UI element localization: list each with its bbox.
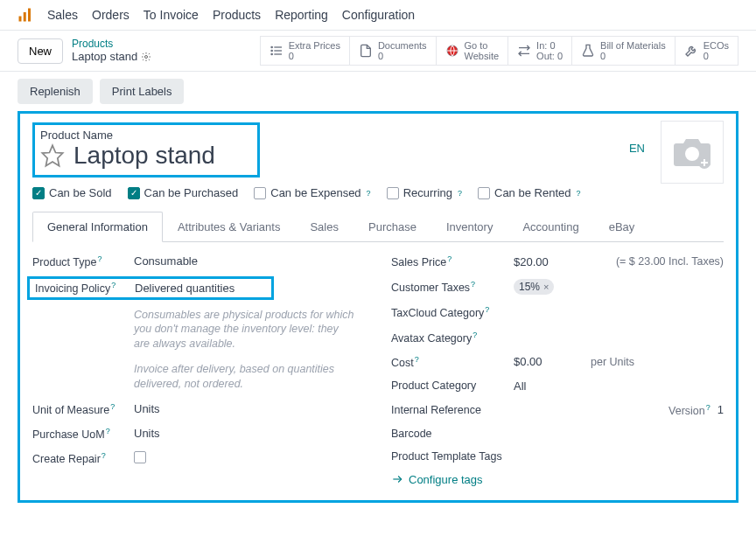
arrow-right-icon xyxy=(391,473,403,485)
nav-products[interactable]: Products xyxy=(213,8,261,22)
breadcrumb-current: Laptop stand xyxy=(72,50,151,64)
new-button[interactable]: New xyxy=(18,38,63,64)
svg-point-3 xyxy=(145,56,148,59)
can-be-rented-checkbox[interactable]: Can be Rented? xyxy=(478,186,580,199)
invoicing-policy-label: Invoicing Policy? xyxy=(35,281,122,295)
recurring-checkbox[interactable]: Recurring? xyxy=(387,186,462,199)
product-flags: Can be Sold Can be Purchased Can be Expe… xyxy=(32,186,724,199)
invoicing-policy-select[interactable]: Delivered quantities xyxy=(135,282,266,295)
svg-point-9 xyxy=(271,53,272,54)
nav-sales[interactable]: Sales xyxy=(47,8,78,22)
stat-bom[interactable]: Bill of Materials0 xyxy=(571,36,676,66)
favorite-star-icon[interactable] xyxy=(40,143,65,168)
file-icon xyxy=(359,44,373,58)
taxcloud-label: TaxCloud Category? xyxy=(391,305,514,319)
sales-price-incl: (= $ 23.00 Incl. Taxes) xyxy=(616,255,724,268)
svg-marker-11 xyxy=(42,146,62,166)
nav-orders[interactable]: Orders xyxy=(92,8,130,22)
svg-point-8 xyxy=(271,50,272,51)
barcode-label: Barcode xyxy=(391,428,514,440)
customer-tax-tag[interactable]: 15%× xyxy=(514,279,554,295)
tab-ebay[interactable]: eBay xyxy=(594,212,650,242)
flask-icon xyxy=(581,44,595,58)
tab-bar: General Information Attributes & Variant… xyxy=(32,212,724,242)
globe-icon xyxy=(445,44,459,58)
invoicing-policy-field: Invoicing Policy? Delivered quantities xyxy=(27,276,274,299)
stat-extra-prices[interactable]: Extra Prices0 xyxy=(260,36,350,66)
tab-general-information[interactable]: General Information xyxy=(32,212,163,242)
nav-reporting[interactable]: Reporting xyxy=(275,8,328,22)
purchase-uom-select[interactable]: Units xyxy=(134,427,160,440)
tab-attributes-variants[interactable]: Attributes & Variants xyxy=(163,212,296,242)
svg-rect-2 xyxy=(28,9,31,22)
top-nav: Sales Orders To Invoice Products Reporti… xyxy=(0,0,756,31)
general-left-column: Product Type? Consumable Invoicing Polic… xyxy=(32,254,365,486)
camera-plus-icon xyxy=(670,135,714,170)
product-type-select[interactable]: Consumable xyxy=(134,254,198,268)
can-be-expensed-checkbox[interactable]: Can be Expensed? xyxy=(254,186,370,199)
replenish-button[interactable]: Replenish xyxy=(18,79,93,104)
cost-uom: per Units xyxy=(591,356,634,368)
purchase-uom-label: Purchase UoM? xyxy=(32,427,134,441)
uom-label: Unit of Measure? xyxy=(32,402,134,416)
nav-to-invoice[interactable]: To Invoice xyxy=(144,8,199,22)
cost-input[interactable]: $0.00 xyxy=(514,355,584,368)
tab-purchase[interactable]: Purchase xyxy=(354,212,431,242)
can-be-purchased-checkbox[interactable]: Can be Purchased xyxy=(128,186,239,199)
language-toggle[interactable]: EN xyxy=(629,142,645,155)
gear-icon[interactable] xyxy=(141,52,151,62)
product-category-select[interactable]: All xyxy=(514,379,526,393)
product-name-input[interactable]: Laptop stand xyxy=(74,142,215,170)
sales-price-label: Sales Price? xyxy=(391,254,514,268)
stat-documents[interactable]: Documents0 xyxy=(349,36,437,66)
swap-icon xyxy=(517,44,531,58)
svg-rect-1 xyxy=(24,12,26,22)
product-name-block: Product Name Laptop stand xyxy=(32,122,260,178)
version-value: 1 xyxy=(718,403,724,416)
internal-reference-label: Internal Reference xyxy=(391,404,514,416)
invoicing-help-text: Invoice after delivery, based on quantit… xyxy=(134,362,356,392)
breadcrumb-parent[interactable]: Products xyxy=(72,38,151,50)
general-right-column: Sales Price? $20.00 (= $ 23.00 Incl. Tax… xyxy=(391,254,724,486)
version-label: Version? xyxy=(668,403,710,417)
product-template-tags-label: Product Template Tags xyxy=(391,450,502,463)
tab-inventory[interactable]: Inventory xyxy=(431,212,508,242)
product-category-label: Product Category xyxy=(391,379,514,392)
product-name-label: Product Name xyxy=(40,129,250,142)
actions-row: Replenish Print Labels xyxy=(0,72,756,111)
svg-rect-0 xyxy=(19,17,22,22)
customer-taxes-label: Customer Taxes? xyxy=(391,280,514,294)
list-icon xyxy=(270,44,284,58)
sub-bar: New Products Laptop stand Extra Prices0 … xyxy=(0,31,756,72)
sales-price-input[interactable]: $20.00 xyxy=(514,255,549,268)
cost-label: Cost? xyxy=(391,355,514,369)
tab-accounting[interactable]: Accounting xyxy=(508,212,593,242)
stat-goto-website[interactable]: Go toWebsite xyxy=(436,36,509,66)
avatax-label: Avatax Category? xyxy=(391,331,514,345)
app-logo xyxy=(18,7,33,23)
nav-configuration[interactable]: Configuration xyxy=(342,8,415,22)
can-be-sold-checkbox[interactable]: Can be Sold xyxy=(32,186,112,199)
print-labels-button[interactable]: Print Labels xyxy=(100,79,185,104)
remove-tax-icon[interactable]: × xyxy=(543,282,549,292)
product-form: Product Name Laptop stand EN Can be Sold… xyxy=(18,111,738,503)
tab-sales[interactable]: Sales xyxy=(295,212,354,242)
stat-in-out[interactable]: In: 0Out: 0 xyxy=(508,36,572,66)
stat-ecos[interactable]: ECOs0 xyxy=(675,36,738,66)
svg-point-12 xyxy=(685,147,699,161)
breadcrumb: Products Laptop stand xyxy=(72,36,151,66)
create-repair-checkbox[interactable] xyxy=(134,451,146,463)
wrench-icon xyxy=(684,44,698,58)
product-type-label: Product Type? xyxy=(32,254,134,268)
svg-point-7 xyxy=(271,46,272,47)
configure-tags-link[interactable]: Configure tags xyxy=(391,473,724,486)
uom-select[interactable]: Units xyxy=(134,402,160,415)
consumable-help-text: Consumables are physical products for wh… xyxy=(134,308,356,352)
create-repair-label: Create Repair? xyxy=(32,451,134,465)
product-image-placeholder[interactable] xyxy=(661,121,724,184)
